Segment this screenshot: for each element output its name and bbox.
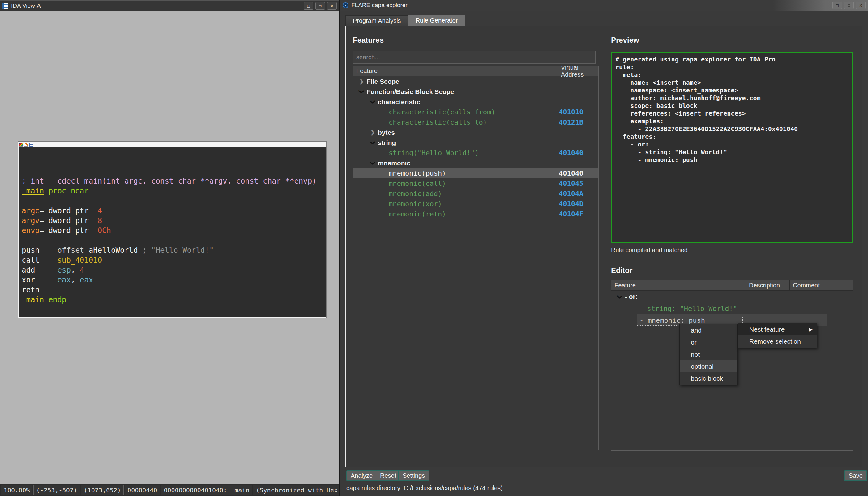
code-token (138, 246, 142, 255)
column-header-feature[interactable]: Feature (611, 280, 746, 291)
context-menu-item-optional[interactable]: optional (680, 360, 737, 372)
capa-window-title: FLARE capa explorer (351, 2, 408, 9)
code-line[interactable]: _main endp (22, 295, 322, 305)
code-line[interactable]: envp= dword ptr 0Ch (22, 226, 322, 235)
chevron-expanded-icon[interactable]: ❯ (367, 98, 378, 105)
code-line[interactable] (22, 235, 322, 245)
code-token (35, 276, 57, 284)
float-icon[interactable]: ❐ (844, 2, 854, 9)
code-token: esp (58, 266, 71, 275)
editor-row[interactable]: - string: "Hello World!" (611, 303, 853, 314)
feature-row[interactable]: ❯characteristic (353, 97, 598, 107)
feature-label: mnemonic(call) (389, 180, 446, 187)
feature-label: mnemonic(retn) (389, 210, 446, 218)
context-menu-item-basic-block[interactable]: basic block (680, 372, 737, 385)
code-token: argc (22, 206, 40, 215)
code-token: envp (22, 226, 40, 235)
virtual-address: 401010 (559, 108, 583, 116)
feature-row[interactable]: string("Hello World!")401040 (353, 148, 598, 158)
code-line[interactable] (22, 196, 322, 206)
feature-row[interactable]: characteristic(calls to)40121B (353, 117, 598, 127)
features-table: Feature Virtual Address ❯File Scope❯Func… (353, 65, 599, 450)
feature-label: string (378, 139, 396, 146)
feature-row[interactable]: ❯File Scope (353, 76, 598, 87)
code-token: , (71, 266, 80, 275)
code-token: eax (58, 276, 71, 284)
feature-row[interactable]: mnemonic(push)401040 (353, 168, 598, 178)
code-token (44, 187, 48, 195)
code-line[interactable]: _main proc near (22, 186, 322, 196)
code-token: 4 (98, 206, 102, 215)
context-menu-item-and[interactable]: and (680, 324, 737, 336)
ida-view-icon (2, 3, 8, 9)
code-line[interactable]: call sub_401010 (22, 255, 322, 265)
feature-label: Function/Basic Block Scope (367, 88, 454, 95)
capa-window-titlebar[interactable]: FLARE capa explorer □ ❐ x (340, 0, 868, 11)
column-header-description[interactable]: Description (746, 280, 790, 291)
virtual-address: 401040 (559, 169, 583, 177)
column-header-feature[interactable]: Feature (353, 66, 557, 76)
node-group-icon[interactable] (29, 143, 33, 147)
code-line[interactable]: retn (22, 285, 322, 295)
chevron-expanded-icon[interactable]: ❯ (367, 160, 378, 166)
reset-button[interactable]: Reset (376, 470, 400, 481)
editor-table-header: Feature Description Comment (611, 280, 853, 291)
context-menu-item-not[interactable]: not (680, 348, 737, 360)
restore-icon[interactable]: □ (304, 2, 313, 10)
close-icon[interactable]: x (856, 2, 866, 9)
graph-node-main[interactable]: ; int __cdecl main(int argc, const char … (18, 141, 326, 318)
virtual-address: 40104A (559, 190, 583, 198)
tab-program-analysis[interactable]: Program Analysis (346, 15, 409, 26)
feature-row[interactable]: mnemonic(retn)40104F (353, 209, 598, 219)
feature-row[interactable]: ❯string (353, 138, 598, 148)
capa-explorer-window: FLARE capa explorer □ ❐ x Program Analys… (340, 0, 868, 496)
features-search-input[interactable] (353, 51, 596, 64)
code-line[interactable]: push offset aHelloWorld ; "Hello World!" (22, 245, 322, 255)
tab-rule-generator[interactable]: Rule Generator (409, 15, 465, 26)
feature-row[interactable]: mnemonic(xor)40104D (353, 199, 598, 209)
code-line[interactable]: add esp, 4 (22, 265, 322, 275)
node-edit-icon[interactable] (24, 143, 28, 147)
ida-window-titlebar[interactable]: IDA View-A □ ❐ x (0, 0, 339, 11)
analyze-button[interactable]: Analyze (346, 470, 377, 481)
code-line[interactable]: argv= dword ptr 8 (22, 216, 322, 226)
feature-row[interactable]: characteristic(calls from)401010 (353, 107, 598, 117)
chevron-expanded-icon[interactable]: ❯ (367, 139, 378, 146)
feature-label: mnemonic (378, 159, 410, 167)
rule-compile-status: Rule compiled and matched (611, 247, 688, 254)
feature-row[interactable]: ❯Function/Basic Block Scope (353, 87, 598, 97)
feature-label: characteristic (378, 98, 420, 106)
float-icon[interactable]: ❐ (316, 2, 325, 10)
status-segment: (1073,652) (81, 485, 124, 495)
feature-row[interactable]: ❯bytes (353, 127, 598, 138)
code-token: xor (22, 276, 35, 284)
context-menu-item-Remove-selection[interactable]: Remove selection (738, 335, 817, 347)
save-button[interactable]: Save (844, 470, 867, 481)
chevron-collapsed-icon[interactable]: ❯ (367, 129, 378, 136)
rule-generator-page: Features Feature Virtual Address ❯File S… (346, 26, 863, 467)
graph-node-titlebar[interactable] (18, 142, 325, 147)
context-menu-item-or[interactable]: or (680, 336, 737, 348)
feature-row[interactable]: mnemonic(add)40104A (353, 188, 598, 199)
chevron-expanded-icon[interactable]: ❯ (614, 294, 625, 300)
code-line[interactable]: xor eax, eax (22, 275, 322, 285)
settings-button[interactable]: Settings (398, 470, 429, 481)
disassembly-code: ; int __cdecl main(int argc, const char … (18, 147, 325, 305)
feature-row[interactable]: mnemonic(call)401045 (353, 178, 598, 188)
chevron-collapsed-icon[interactable]: ❯ (356, 78, 367, 85)
context-menu-item-Nest-feature[interactable]: Nest feature▶ (738, 323, 817, 335)
ida-graph-view: ; int __cdecl main(int argc, const char … (0, 11, 339, 484)
code-token: 4 (80, 266, 84, 275)
feature-label: mnemonic(xor) (389, 200, 442, 208)
column-header-comment[interactable]: Comment (790, 282, 820, 289)
chevron-expanded-icon[interactable]: ❯ (356, 88, 367, 95)
editor-row[interactable]: ❯- or: (611, 291, 853, 303)
feature-row[interactable]: ❯mnemonic (353, 158, 598, 168)
node-color-icon[interactable] (19, 143, 23, 147)
code-line[interactable]: ; int __cdecl main(int argc, const char … (22, 176, 322, 186)
features-tree: ❯File Scope❯Function/Basic Block Scope❯c… (353, 76, 598, 219)
code-token: endp (48, 295, 66, 304)
close-icon[interactable]: x (327, 2, 337, 10)
restore-icon[interactable]: □ (833, 2, 842, 9)
code-line[interactable]: argc= dword ptr 4 (22, 206, 322, 216)
